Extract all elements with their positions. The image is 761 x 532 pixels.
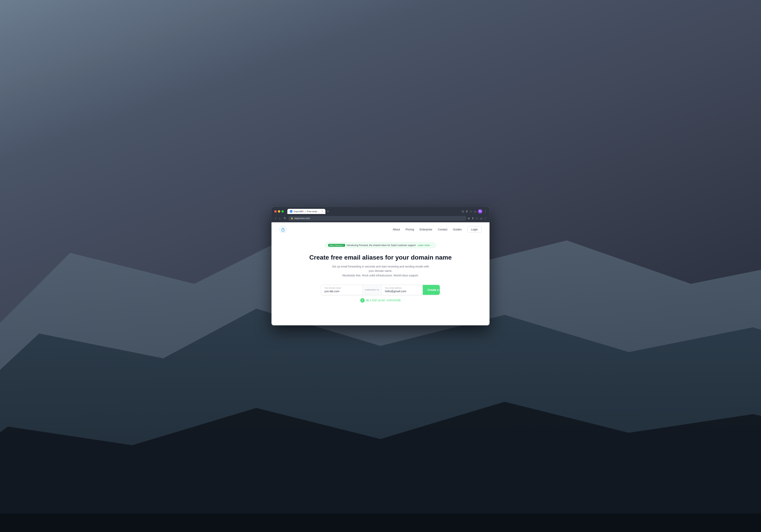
email-label: Your email address <box>385 287 420 289</box>
cast-icon[interactable]: ⊡ <box>462 210 464 213</box>
svg-text:M: M <box>291 210 292 212</box>
new-tab-button[interactable]: + <box>325 209 330 214</box>
browser-window: M ImprovMX — Free email forwa… ✕ + ⊡ ⬆ ☆… <box>271 207 490 325</box>
domain-label: Your domain name <box>324 287 359 289</box>
tab-bar: M ImprovMX — Free email forwa… ✕ + <box>287 209 460 214</box>
star-icon[interactable]: ☆ <box>470 210 472 213</box>
site-navigation: About Pricing Enterprise Contact Guides … <box>271 222 490 237</box>
tab-close-button[interactable]: ✕ <box>322 210 323 212</box>
nav-link-pricing[interactable]: Pricing <box>406 228 414 231</box>
svg-point-8 <box>283 229 284 230</box>
domain-field[interactable]: Your domain name <box>321 285 362 295</box>
url-text: improvmx.com <box>295 217 310 220</box>
sidebar-addr-icon[interactable]: ▭ <box>480 217 482 220</box>
forwards-divider: FORWARDS TO <box>362 285 382 295</box>
translate-icon[interactable]: ⊕ <box>468 217 470 220</box>
forward-button[interactable]: › <box>278 216 281 220</box>
nav-link-contact[interactable]: Contact <box>438 228 447 231</box>
share-icon[interactable]: ⬆ <box>466 210 468 213</box>
tooltip-row: 1 輸入你的 gmail, outlook信箱 <box>360 298 401 303</box>
reload-button[interactable]: ↻ <box>283 216 287 220</box>
domain-input[interactable] <box>324 290 359 293</box>
tab-title: ImprovMX — Free email forwa… <box>294 210 320 212</box>
minimize-window-button[interactable] <box>278 210 280 212</box>
announcement-text: Introducing Fernand, the shared inbox fo… <box>347 244 416 247</box>
addressbar-actions: ⊕ ⬆ ☆ ▭ ⋮ <box>468 217 487 220</box>
email-input[interactable] <box>385 290 420 293</box>
browser-chrome: M ImprovMX — Free email forwa… ✕ + ⊡ ⬆ ☆… <box>271 207 490 222</box>
browser-tab-active[interactable]: M ImprovMX — Free email forwa… ✕ <box>287 209 325 214</box>
tooltip-step-badge: 1 <box>360 298 365 303</box>
tooltip-text: 輸入你的 gmail, outlook信箱 <box>366 299 401 302</box>
site-logo[interactable] <box>279 226 287 233</box>
nav-link-about[interactable]: About <box>393 228 400 231</box>
new-product-badge: NEW PRODUCT <box>328 244 345 247</box>
logo-icon <box>279 226 287 233</box>
user-avatar[interactable]: Yu <box>478 209 482 213</box>
hero-subtitle-line1: Set up email forwarding in seconds and s… <box>332 265 429 272</box>
back-button[interactable]: ‹ <box>274 216 277 220</box>
login-button[interactable]: Login <box>467 226 482 233</box>
nav-link-enterprise[interactable]: Enterprise <box>420 228 432 231</box>
email-field[interactable]: Your email address <box>382 285 423 295</box>
hero-section: NEW PRODUCT Introducing Fernand, the sha… <box>271 237 490 313</box>
address-bar[interactable]: 🔒 improvmx.com <box>289 216 466 221</box>
close-window-button[interactable] <box>274 210 277 212</box>
traffic-lights <box>274 210 284 212</box>
forwards-to-label: FORWARDS TO <box>365 289 379 291</box>
learn-more-link[interactable]: Learn more → <box>418 244 433 247</box>
nav-links: About Pricing Enterprise Contact Guides … <box>393 226 482 233</box>
browser-titlebar: M ImprovMX — Free email forwa… ✕ + ⊡ ⬆ ☆… <box>271 207 490 216</box>
svg-rect-3 <box>0 513 761 532</box>
webpage: About Pricing Enterprise Contact Guides … <box>271 222 490 325</box>
browser-addressbar: ‹ › ↻ 🔒 improvmx.com ⊕ ⬆ ☆ ▭ ⋮ <box>271 216 490 222</box>
create-alias-button[interactable]: Create a free alias <box>423 285 440 295</box>
tab-favicon: M <box>290 210 293 213</box>
more-addr-icon[interactable]: ⋮ <box>484 217 487 220</box>
hero-title: Create free email aliases for your domai… <box>309 254 452 261</box>
titlebar-right: ⊡ ⬆ ☆ ▭ Yu ⋮ <box>462 209 487 213</box>
lock-icon: 🔒 <box>291 217 293 219</box>
nav-link-guides[interactable]: Guides <box>453 228 462 231</box>
hero-subtitle-line2: Absolutely free. Rock-solid infrastructu… <box>342 274 419 277</box>
star-addr-icon[interactable]: ☆ <box>476 217 478 220</box>
sidebar-icon[interactable]: ▭ <box>474 210 476 213</box>
maximize-window-button[interactable] <box>281 210 284 212</box>
more-icon[interactable]: ⋮ <box>484 210 487 213</box>
bookmark-icon[interactable]: ⬆ <box>472 217 474 220</box>
hero-subtitle: Set up email forwarding in seconds and s… <box>331 264 430 277</box>
announcement-bar: NEW PRODUCT Introducing Fernand, the sha… <box>325 243 437 248</box>
alias-form: Your domain name FORWARDS TO Your email … <box>321 285 440 295</box>
